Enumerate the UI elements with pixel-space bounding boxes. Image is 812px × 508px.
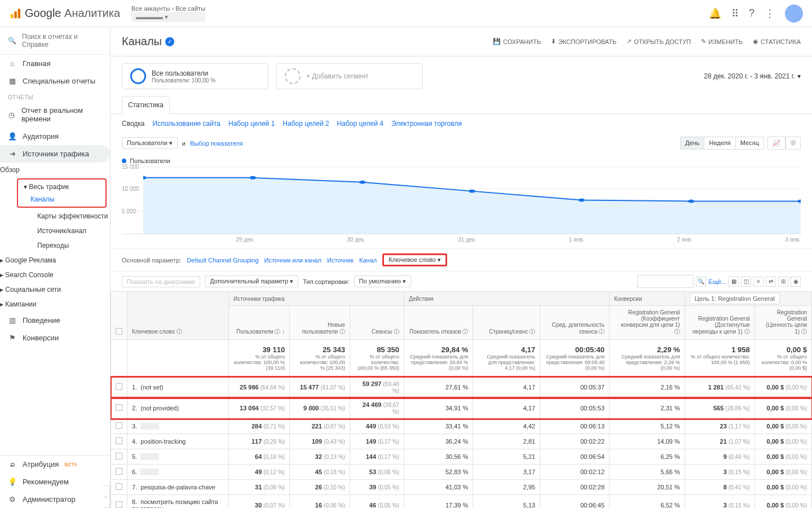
subtab-site-usage[interactable]: Использование сайта	[153, 120, 221, 128]
primary-dimension-row: Основной параметр: Default Channel Group…	[111, 248, 812, 271]
nav-treemaps[interactable]: Карты эффективности	[0, 209, 110, 224]
row-checkbox[interactable]	[116, 453, 122, 459]
edit-button[interactable]: ✎ИЗМЕНИТЬ	[701, 38, 743, 45]
nav-social[interactable]: ▸ Социальные сети	[0, 282, 110, 297]
more-icon[interactable]: ⋮	[765, 7, 775, 20]
segment-circle-icon	[130, 68, 146, 84]
col-goal-compl[interactable]: Registration General (Достигнутые перехо…	[685, 306, 754, 340]
row-checkbox[interactable]	[116, 483, 122, 490]
nav-audience[interactable]: 👤Аудитория	[0, 128, 110, 145]
dim-default[interactable]: Default Channel Grouping	[187, 257, 258, 264]
nav-referrals[interactable]: Переходы	[0, 238, 110, 253]
search-input[interactable]: 🔍 Поиск в отчетах и Справке	[0, 27, 110, 55]
nav-home[interactable]: ⌂Главная	[0, 55, 110, 72]
svg-point-7	[579, 199, 585, 202]
search-button[interactable]: 🔍	[696, 277, 706, 287]
view-percent-icon[interactable]: ◫	[741, 277, 751, 287]
view-table-icon[interactable]: ▦	[729, 277, 739, 287]
avatar[interactable]	[785, 5, 803, 23]
table-search-input[interactable]	[637, 275, 694, 288]
col-keyword[interactable]: Ключевое слово	[132, 329, 175, 335]
nav-behavior[interactable]: ▥Поведение	[0, 312, 110, 329]
date-range-selector[interactable]: 28 дек. 2020 г. - 3 янв. 2021 г. ▾	[704, 72, 801, 80]
dim-keyword-selected[interactable]: Ключевое слово ▾	[382, 253, 447, 266]
col-bounce[interactable]: Показатель отказов ⓘ	[404, 306, 473, 340]
nav-discover[interactable]: 💡Рекомендуем	[0, 473, 110, 491]
view-compare-icon[interactable]: ⇄	[766, 277, 776, 287]
table-row[interactable]: 5. xxxxxx 64 (0,16 %) 32 (0,13 %) 144 (0…	[111, 449, 812, 465]
col-goal-value[interactable]: Registration General (Ценность цели 1) ⓘ	[754, 306, 811, 340]
save-button[interactable]: 💾СОХРАНИТЬ	[493, 38, 541, 45]
granularity-day[interactable]: День	[680, 137, 704, 150]
subtab-summary[interactable]: Сводка	[122, 120, 145, 128]
chart-type-line[interactable]: 📈	[767, 137, 785, 150]
insights-button[interactable]: ◉СТАТИСТИКА	[753, 38, 801, 45]
nav-realtime[interactable]: ◷Отчет в реальном времени	[0, 102, 110, 128]
subtab-goals2[interactable]: Набор целей 2	[283, 120, 329, 128]
dim-source[interactable]: Источник	[327, 257, 354, 264]
nav-conversions[interactable]: ⚑Конверсии	[0, 329, 110, 347]
metric-selector[interactable]: Пользователи ▾	[122, 137, 178, 149]
table-row[interactable]: 2. (not provided) 13 094 (32,57 %) 9 000…	[111, 398, 812, 419]
row-checkbox[interactable]	[116, 468, 122, 475]
sort-selector[interactable]: По умолчанию ▾	[354, 275, 411, 287]
table-row[interactable]: 6. xxxxxx 49 (0,12 %) 45 (0,18 %) 53 (0,…	[111, 465, 812, 480]
nav-google-ads[interactable]: ▸ Google Реклама	[0, 253, 110, 268]
logo[interactable]: Google Аналитика	[9, 7, 120, 20]
export-button[interactable]: ⬇ЭКСПОРТИРОВАТЬ	[551, 38, 616, 45]
account-selector[interactable]: Все аккаунты › Все сайты ▬▬▬▬ ▾	[131, 5, 205, 22]
col-duration[interactable]: Сред. длительность сеанса ⓘ	[540, 306, 610, 340]
subtab-goals4[interactable]: Набор целей 4	[337, 120, 383, 128]
subtab-ecommerce[interactable]: Электронная торговля	[391, 120, 462, 128]
nav-overview[interactable]: Обзор	[0, 163, 110, 177]
nav-attribution[interactable]: ລАтрибуция БЕТА	[0, 456, 110, 473]
nav-custom[interactable]: ▦Специальные отчеты	[0, 72, 110, 90]
subtab-goals1[interactable]: Набор целей 1	[228, 120, 275, 128]
granularity-month[interactable]: Месяц	[735, 137, 764, 150]
row-checkbox[interactable]	[116, 437, 122, 444]
table-row[interactable]: 3. xxxxxx 284 (0,71 %) 221 (0,87 %) 449 …	[111, 419, 812, 434]
col-goal-rate[interactable]: Registration General (Коэффициент конвер…	[610, 306, 685, 340]
row-checkbox[interactable]	[116, 422, 122, 429]
col-pages[interactable]: Страниц/сеанс ⓘ	[473, 306, 540, 340]
nav-source-medium[interactable]: Источник/канал	[0, 224, 110, 238]
nav-campaigns[interactable]: ▸ Кампании	[0, 297, 110, 312]
dim-source-medium[interactable]: Источник или канал	[264, 257, 322, 264]
property-selector[interactable]: ▬▬▬▬ ▾	[131, 12, 205, 22]
topbar: Google Аналитика Все аккаунты › Все сайт…	[0, 0, 812, 27]
apps-icon[interactable]: ⠿	[731, 7, 739, 20]
conversion-selector[interactable]: Цель 1: Registration General	[690, 293, 780, 304]
view-cloud-icon[interactable]: ◉	[791, 277, 801, 287]
add-segment[interactable]: + Добавить сегмент	[276, 63, 423, 89]
table-row[interactable]: 7. pesquisa-de-palavra-chave 31 (0,08 %)…	[111, 480, 812, 495]
table-row[interactable]: 8. посмотреть позицию сайта по запросу 3…	[111, 495, 812, 509]
help-icon[interactable]: ?	[749, 7, 754, 19]
nav-acquisition[interactable]: ➜Источники трафика	[0, 145, 110, 163]
dim-medium[interactable]: Канал	[359, 257, 377, 264]
row-checkbox[interactable]	[116, 404, 122, 411]
granularity-week[interactable]: Неделя	[704, 137, 735, 150]
collapse-sidebar[interactable]: ‹	[102, 485, 110, 508]
view-pivot-icon[interactable]: ⊞	[778, 277, 788, 287]
segment-all-users[interactable]: Все пользователиПользователи: 100,00 %	[122, 63, 268, 89]
share-button[interactable]: ↗ОТКРЫТЬ ДОСТУП	[626, 38, 691, 45]
nav-admin[interactable]: ⚙Администратор	[0, 491, 110, 508]
col-users[interactable]: Пользователи ⓘ ↓	[229, 306, 290, 340]
select-all-checkbox[interactable]	[116, 328, 122, 335]
advanced-filter[interactable]: Ещё...	[708, 278, 726, 285]
col-sessions[interactable]: Сеансы ⓘ	[350, 306, 404, 340]
compare-metric[interactable]: Выбор показателя	[190, 140, 243, 147]
table-row[interactable]: 4. position-tracking 117 (0,29 %) 109 (0…	[111, 434, 812, 449]
row-checkbox[interactable]	[116, 501, 122, 508]
notifications-icon[interactable]: 🔔	[709, 7, 721, 20]
nav-all-traffic[interactable]: ▾ Весь трафик	[18, 181, 105, 193]
view-perf-icon[interactable]: ≡	[753, 277, 764, 287]
nav-search-console[interactable]: ▸ Search Console	[0, 268, 110, 282]
col-new-users[interactable]: Новые пользователи ⓘ	[290, 306, 350, 340]
nav-channels[interactable]: Каналы	[18, 193, 105, 205]
table-row[interactable]: 1. (not set) 25 986 (64,64 %) 15 477 (61…	[111, 377, 812, 398]
chart-type-motion[interactable]: ⦾	[785, 137, 801, 150]
row-checkbox[interactable]	[116, 383, 122, 390]
tab-explorer[interactable]: Статистика	[122, 96, 170, 114]
secondary-dimension[interactable]: Дополнительный параметр ▾	[205, 275, 298, 287]
